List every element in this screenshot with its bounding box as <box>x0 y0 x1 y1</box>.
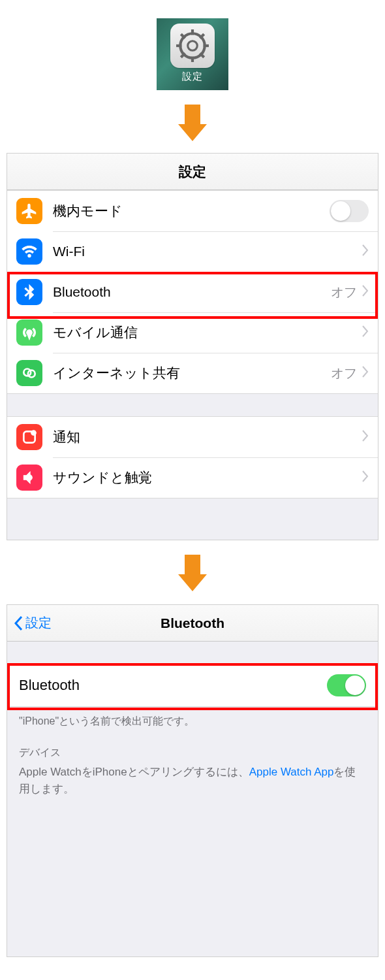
row-bluetooth-detail: オフ <box>331 284 357 301</box>
airplane-icon <box>16 198 42 224</box>
apple-watch-app-link[interactable]: Apple Watch App <box>249 766 334 778</box>
pair-text-prefix: Apple WatchをiPhoneとペアリングするには、 <box>19 766 249 778</box>
discoverable-text: "iPhone"という名前で検出可能です。 <box>7 707 378 729</box>
row-hotspot-detail: オフ <box>331 365 357 382</box>
row-sounds[interactable]: サウンドと触覚 <box>7 457 378 498</box>
svg-point-13 <box>31 431 37 436</box>
chevron-left-icon <box>14 615 23 631</box>
row-sounds-label: サウンドと触覚 <box>53 468 362 487</box>
row-bluetooth-label: Bluetooth <box>53 284 331 300</box>
svg-point-9 <box>188 41 198 51</box>
notifications-icon <box>16 424 42 450</box>
arrow-down-1 <box>0 105 385 141</box>
settings-app-icon[interactable]: 設定 <box>157 18 228 90</box>
row-bluetooth-toggle[interactable]: Bluetooth <box>7 664 378 707</box>
hotspot-icon <box>16 360 42 386</box>
settings-nav-bar: 設定 <box>7 154 378 190</box>
gear-icon <box>176 29 209 63</box>
bluetooth-nav-bar: 設定 Bluetooth <box>7 605 378 642</box>
bluetooth-icon <box>16 279 42 305</box>
row-notifications[interactable]: 通知 <box>7 417 378 457</box>
chevron-right-icon <box>362 470 369 485</box>
devices-section-header: デバイス <box>7 729 378 764</box>
arrow-down-2 <box>0 555 385 591</box>
cellular-icon <box>16 319 42 346</box>
row-cellular-label: モバイル通信 <box>53 323 362 342</box>
svg-line-6 <box>200 53 204 57</box>
bluetooth-toggle-group: Bluetooth <box>7 664 378 707</box>
bluetooth-screen: 設定 Bluetooth Bluetooth "iPhone"という名前で検出可… <box>7 604 378 957</box>
settings-app-icon-tile <box>170 24 215 68</box>
back-button[interactable]: 設定 <box>14 605 52 641</box>
row-wifi-label: Wi-Fi <box>53 244 362 259</box>
chevron-right-icon <box>362 285 369 299</box>
bluetooth-nav-title: Bluetooth <box>161 615 224 631</box>
settings-group-connectivity: 機内モード Wi-Fi Bluetooth オフ モバイル通信 <box>7 190 378 394</box>
row-bluetooth[interactable]: Bluetooth オフ <box>7 272 378 312</box>
settings-app-icon-step: 設定 <box>0 0 385 90</box>
settings-app-icon-label: 設定 <box>182 71 203 83</box>
airplane-toggle[interactable] <box>330 200 369 222</box>
row-wifi[interactable]: Wi-Fi <box>7 231 378 272</box>
settings-nav-title: 設定 <box>179 163 206 181</box>
row-cellular[interactable]: モバイル通信 <box>7 312 378 353</box>
row-airplane-mode[interactable]: 機内モード <box>7 191 378 231</box>
chevron-right-icon <box>362 430 369 444</box>
settings-screen: 設定 機内モード Wi-Fi Bluetooth オフ <box>7 153 378 540</box>
row-hotspot[interactable]: インターネット共有 オフ <box>7 353 378 393</box>
back-label: 設定 <box>25 614 52 632</box>
settings-group-alerts: 通知 サウンドと触覚 <box>7 416 378 498</box>
row-notifications-label: 通知 <box>53 428 362 446</box>
chevron-right-icon <box>362 366 369 380</box>
svg-line-8 <box>181 53 185 57</box>
bluetooth-toggle[interactable] <box>327 674 366 696</box>
svg-line-5 <box>181 34 185 38</box>
bluetooth-toggle-label: Bluetooth <box>19 677 327 694</box>
row-hotspot-label: インターネット共有 <box>53 364 331 382</box>
chevron-right-icon <box>362 325 369 340</box>
wifi-icon <box>16 238 42 265</box>
svg-line-7 <box>200 34 204 38</box>
chevron-right-icon <box>362 244 369 259</box>
pair-instructions: Apple WatchをiPhoneとペアリングするには、Apple Watch… <box>7 764 378 797</box>
row-airplane-label: 機内モード <box>53 202 330 220</box>
sounds-icon <box>16 465 42 491</box>
